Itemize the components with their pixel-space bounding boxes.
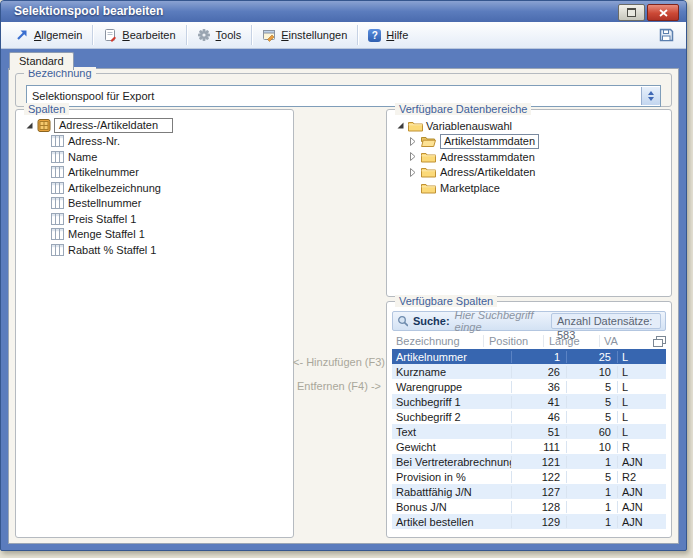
tree-item-label: Marketplace: [440, 182, 500, 194]
cell-va: AJN: [618, 501, 666, 513]
cell-bezeichnung: Rabattfähig J/N: [392, 486, 512, 498]
tree-root-label[interactable]: Adress-/Artikeldaten: [54, 118, 173, 133]
column-chooser-icon[interactable]: [648, 336, 666, 347]
cell-va: L: [618, 366, 666, 378]
menu-allgemein[interactable]: Allgemein: [6, 24, 91, 46]
cell-bezeichnung: Artikelnummer: [392, 351, 512, 363]
chevron-up-icon: [648, 91, 654, 95]
table-row[interactable]: Artikel bestellen1291AJN: [392, 514, 666, 529]
cell-bezeichnung: Bei Vertreterabrechnung berücksichtige: [392, 456, 512, 468]
cell-va: AJN: [618, 516, 666, 528]
columns-icon: [51, 213, 64, 225]
tree-root-node[interactable]: Variablenauswahl: [389, 118, 669, 134]
table-row[interactable]: Provision in %1225R2: [392, 469, 666, 484]
table-row[interactable]: Gewicht11110R: [392, 439, 666, 454]
menu-bearbeiten[interactable]: Bearbeiten: [94, 24, 184, 46]
menu-label: Einstellungen: [281, 29, 347, 41]
group-spalten: Spalten Adress-/Artikeldaten Adress-Nr.N…: [15, 109, 294, 538]
tree-item[interactable]: Adress-Nr.: [18, 134, 291, 150]
menu-hilfe[interactable]: ? Hilfe: [359, 24, 417, 46]
record-count: Anzahl Datensätze: 583: [551, 313, 661, 329]
search-bar[interactable]: Suche: Hier Suchbegriff einge Anzahl Dat…: [392, 311, 666, 331]
expander-placeholder: [408, 183, 417, 192]
expander-collapsed-icon[interactable]: [408, 168, 417, 177]
tree-item[interactable]: Name: [18, 149, 291, 165]
expander-expanded-icon[interactable]: [25, 121, 34, 130]
column-header-bezeichnung[interactable]: Bezeichnung: [392, 335, 484, 347]
cell-position: 26: [512, 366, 567, 378]
cell-bezeichnung: Text: [392, 426, 512, 438]
group-label: Verfügbare Datenbereiche: [395, 103, 531, 115]
cell-laenge: 1: [567, 486, 618, 498]
tree-item-label: Rabatt % Staffel 1: [68, 244, 156, 256]
column-header-position[interactable]: Position: [484, 335, 544, 347]
table-row[interactable]: Rabattfähig J/N1271AJN: [392, 484, 666, 499]
table-row[interactable]: Suchbegriff 1415L: [392, 394, 666, 409]
tree-item[interactable]: Bestellnummer: [18, 196, 291, 212]
cell-bezeichnung: Kurzname: [392, 366, 512, 378]
cell-position: 127: [512, 486, 567, 498]
add-button[interactable]: <- Hinzufügen (F3): [292, 356, 386, 368]
cell-laenge: 1: [567, 501, 618, 513]
transfer-controls: <- Hinzufügen (F3) Entfernen (F4) ->: [292, 356, 386, 392]
tree-item[interactable]: Adress/Artikeldaten: [389, 165, 669, 181]
expander-collapsed-icon[interactable]: [408, 137, 417, 146]
tree-item[interactable]: Menge Staffel 1: [18, 227, 291, 243]
tab-label: Standard: [19, 55, 64, 67]
columns-icon: [51, 135, 64, 147]
column-header-va[interactable]: VA: [600, 335, 648, 347]
columns-icon: [51, 151, 64, 163]
cell-laenge: 60: [567, 426, 618, 438]
tree-root-label[interactable]: Variablenauswahl: [426, 120, 512, 132]
table-row[interactable]: Bei Vertreterabrechnung berücksichtige12…: [392, 454, 666, 469]
cell-laenge: 1: [567, 516, 618, 528]
remove-button[interactable]: Entfernen (F4) ->: [292, 380, 386, 392]
column-header-laenge[interactable]: Länge: [544, 335, 600, 347]
spalten-tree-children: Adress-Nr.NameArtikelnummerArtikelbezeic…: [18, 134, 291, 258]
menu-einstellungen[interactable]: Einstellungen: [253, 24, 356, 46]
table-row[interactable]: Artikelnummer125L: [392, 349, 666, 364]
expander-expanded-icon[interactable]: [396, 121, 405, 130]
cell-va: AJN: [618, 486, 666, 498]
toolbar-separator: [92, 25, 93, 45]
tree-item[interactable]: Adressstammdaten: [389, 149, 669, 165]
cell-bezeichnung: Provision in %: [392, 471, 512, 483]
cell-va: R: [618, 441, 666, 453]
columns-icon: [51, 182, 64, 194]
save-button[interactable]: [652, 27, 681, 43]
tree-item[interactable]: Rabatt % Staffel 1: [18, 242, 291, 258]
tree-item[interactable]: Artikelbezeichnung: [18, 180, 291, 196]
search-icon: [397, 315, 408, 328]
group-verfuegbare-spalten: Verfügbare Spalten Suche: Hier Suchbegri…: [386, 301, 672, 538]
settings-icon: [262, 28, 276, 42]
cell-va: L: [618, 426, 666, 438]
toolbar-separator: [251, 25, 252, 45]
table-row[interactable]: Bonus J/N1281AJN: [392, 499, 666, 514]
close-button[interactable]: [647, 4, 679, 21]
cell-va: L: [618, 351, 666, 363]
combobox-dropdown-button[interactable]: [641, 87, 660, 105]
tree-item-label: Adress-Nr.: [68, 135, 120, 147]
tree-item[interactable]: Marketplace: [389, 180, 669, 196]
table-row[interactable]: Warengruppe365L: [392, 379, 666, 394]
expander-collapsed-icon[interactable]: [408, 152, 417, 161]
titlebar[interactable]: Selektionspool bearbeiten: [1, 1, 686, 22]
table-row[interactable]: Kurzname2610L: [392, 364, 666, 379]
cell-position: 1: [512, 351, 567, 363]
bezeichnung-combobox[interactable]: Selektionspool für Export: [26, 85, 661, 107]
restore-button[interactable]: [618, 4, 645, 21]
search-input[interactable]: Hier Suchbegriff einge: [455, 309, 546, 333]
tree-item[interactable]: Preis Staffel 1: [18, 211, 291, 227]
tree-item-label: Bestellnummer: [68, 197, 141, 209]
tree-item[interactable]: Artikelnummer: [18, 165, 291, 181]
tab-standard[interactable]: Standard: [9, 52, 74, 70]
cell-bezeichnung: Bonus J/N: [392, 501, 512, 513]
grid-header: Bezeichnung Position Länge VA: [392, 333, 666, 349]
tree-root-node[interactable]: Adress-/Artikeldaten: [18, 118, 291, 134]
folder-icon: [408, 120, 423, 132]
restore-icon: [627, 8, 636, 17]
table-row[interactable]: Suchbegriff 2465L: [392, 409, 666, 424]
tree-item[interactable]: Artikelstammdaten: [389, 134, 669, 150]
table-row[interactable]: Text5160L: [392, 424, 666, 439]
menu-tools[interactable]: Tools: [188, 24, 251, 46]
